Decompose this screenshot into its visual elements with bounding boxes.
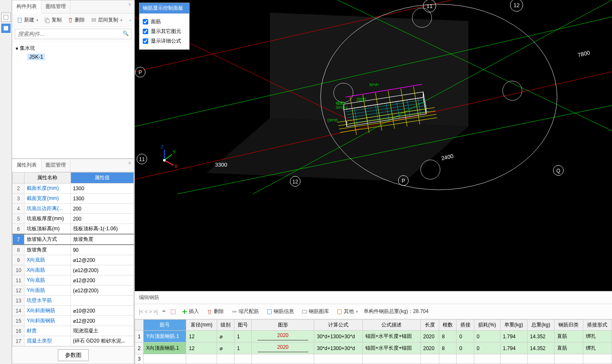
toolbar-overflow[interactable]: » [129, 18, 131, 22]
prop-value[interactable]: 筏板顶标高-1(-1.06) [71, 224, 133, 235]
prop-name[interactable]: Y向底筋 [24, 275, 71, 286]
prop-header-value[interactable]: 属性值 [71, 173, 133, 183]
prop-row-idx[interactable]: 12 [13, 286, 24, 296]
tab-drawing-mgmt[interactable]: 图纸管理 [41, 0, 71, 13]
3d-viewport[interactable]: 11 12 P 11 12 P Q 3300 2400 7800 [135, 0, 612, 291]
rebar-name[interactable]: X向顶面钢筋.1 [144, 342, 186, 354]
prop-value[interactable]: 1300 [71, 194, 133, 204]
prop-row-idx[interactable]: 9 [13, 255, 24, 265]
prop-row-idx[interactable]: 2 [13, 183, 24, 194]
rebar-header[interactable]: 筋号 [144, 320, 186, 331]
prop-row-idx[interactable]: 15 [13, 316, 24, 326]
rebar-header[interactable]: 图号 [234, 320, 251, 331]
copy-button[interactable]: 复制 [42, 15, 64, 25]
prop-header-name[interactable]: 属性名称 [24, 173, 71, 183]
prop-name[interactable]: 坑板顶标高(m) [24, 224, 71, 235]
prop-value[interactable]: 现浇混凝土 [71, 326, 133, 336]
prop-value[interactable]: 90 [71, 245, 133, 255]
prop-name[interactable]: X向斜面钢筋 [24, 306, 71, 316]
prop-value[interactable]: ⌀12@200 [71, 275, 133, 286]
rebar-header[interactable]: 级别 [217, 320, 234, 331]
rebar-header[interactable]: 图形 [252, 320, 314, 331]
edge-btn-2[interactable] [1, 24, 11, 33]
tree-root[interactable]: ▾集水坑 [16, 44, 131, 53]
param-diagram-button[interactable]: 参数图 [58, 349, 89, 361]
chk-show-others[interactable]: 显示其它图元 [143, 27, 186, 36]
rebar-header[interactable]: 损耗(%) [474, 320, 500, 331]
prop-name[interactable]: 坑底板厚度(mm) [24, 214, 71, 224]
prop-value[interactable] [71, 296, 133, 306]
prop-value[interactable]: ⌀12@200 [71, 316, 133, 326]
prop-row-idx[interactable]: 8 [13, 245, 24, 255]
prop-row-idx[interactable]: 6 [13, 224, 24, 235]
edge-btn-1[interactable] [1, 13, 11, 22]
prop-value[interactable]: 1300 [71, 183, 133, 194]
prop-row-idx[interactable]: 7 [13, 234, 24, 245]
rebar-header[interactable]: 搭接 [457, 320, 474, 331]
prop-row-idx[interactable]: 10 [13, 265, 24, 275]
rebar-header[interactable]: 公式描述 [363, 320, 421, 331]
prop-value[interactable]: (⌀12@200) [71, 286, 133, 296]
rebar-info-button[interactable]: 钢筋信息 [264, 307, 296, 316]
prop-name[interactable]: Y向面筋 [24, 286, 71, 296]
prop-row-idx[interactable]: 5 [13, 214, 24, 224]
search-input[interactable] [15, 29, 131, 39]
tab-layer-mgmt[interactable]: 图层管理 [41, 159, 71, 172]
rebar-header[interactable]: 根数 [439, 320, 457, 331]
grid-icon[interactable] [170, 309, 176, 315]
chk-show-formula[interactable]: 显示详细公式 [143, 36, 186, 46]
rebar-name[interactable]: Y向顶面钢筋.1 [144, 331, 186, 342]
prop-name[interactable]: 坑壁水平筋 [24, 296, 71, 306]
prop-name[interactable]: 截面宽度(mm) [24, 194, 71, 204]
prop-value[interactable]: ⌀10@200 [71, 306, 133, 316]
rebar-header[interactable]: 钢筋归类 [555, 320, 583, 331]
rebar-header[interactable]: 搭接形式 [583, 320, 612, 331]
tab-component-list[interactable]: 构件列表 [12, 0, 41, 13]
rebar-header[interactable]: 总重(kg) [527, 320, 554, 331]
rebar-header[interactable]: 单重(kg) [500, 320, 527, 331]
tab-property-list[interactable]: 属性列表 [12, 159, 41, 172]
search-icon[interactable]: 🔍 [122, 30, 129, 36]
prop-value[interactable]: 放坡角度 [71, 234, 133, 245]
new-button[interactable]: 新建▾ [15, 15, 41, 25]
prop-value[interactable]: (⌀12@200) [71, 265, 133, 275]
prop-name[interactable]: 截面长度(mm) [24, 183, 71, 194]
prop-row-idx[interactable]: 3 [13, 194, 24, 204]
up-icon[interactable] [161, 309, 167, 315]
delete-button[interactable]: 删除 [65, 15, 87, 25]
prop-row-idx[interactable]: 17 [13, 336, 24, 346]
prop-name[interactable]: Y向斜面钢筋 [24, 316, 71, 326]
close-icon[interactable]: × [128, 1, 131, 8]
rebar-row-idx[interactable]: 1 [135, 331, 144, 342]
prop-row-idx[interactable]: 16 [13, 326, 24, 336]
prop-row-idx[interactable]: 4 [13, 204, 24, 214]
scale-button[interactable]: 缩尺配筋 [229, 307, 261, 316]
prop-name[interactable]: 材质 [24, 326, 71, 336]
tree-item-jsk1[interactable]: JSK-1 [16, 53, 131, 61]
prop-value[interactable]: 200 [71, 204, 133, 214]
prop-row-idx[interactable]: 13 [13, 296, 24, 306]
prop-name[interactable]: 放坡角度 [24, 245, 71, 255]
prop-name[interactable]: 混凝土类型 [24, 336, 71, 346]
rebar-lib-button[interactable]: 钢筋图库 [299, 307, 331, 316]
prop-name[interactable]: 坑底出边距离(... [24, 204, 71, 214]
prop-value[interactable]: 200 [71, 214, 133, 224]
rebar-row-idx[interactable]: 2 [135, 342, 144, 354]
prop-name[interactable]: 放坡输入方式 [24, 234, 71, 245]
prop-value[interactable]: ⌀12@200 [71, 255, 133, 265]
rebar-header[interactable]: 直径(mm) [186, 320, 217, 331]
svg-text:2400: 2400 [441, 153, 454, 162]
other-button[interactable]: 其他▾ [335, 307, 360, 316]
prop-row-idx[interactable]: 14 [13, 306, 24, 316]
prop-name[interactable]: X向面筋 [24, 265, 71, 275]
close-icon[interactable]: × [128, 160, 131, 166]
floor-copy-button[interactable]: 层间复制▾ [89, 15, 125, 25]
prop-value[interactable]: (碎石 GD20 粗砂水泥... [71, 336, 133, 346]
delete-rebar-button[interactable]: 删除 [204, 307, 226, 316]
rebar-header[interactable]: 长度 [421, 320, 439, 331]
prop-name[interactable]: X向底筋 [24, 255, 71, 265]
rebar-header[interactable]: 计算公式 [314, 320, 363, 331]
insert-button[interactable]: 插入 [180, 307, 201, 316]
prop-row-idx[interactable]: 11 [13, 275, 24, 286]
chk-top-rebar[interactable]: 面筋 [143, 17, 186, 27]
